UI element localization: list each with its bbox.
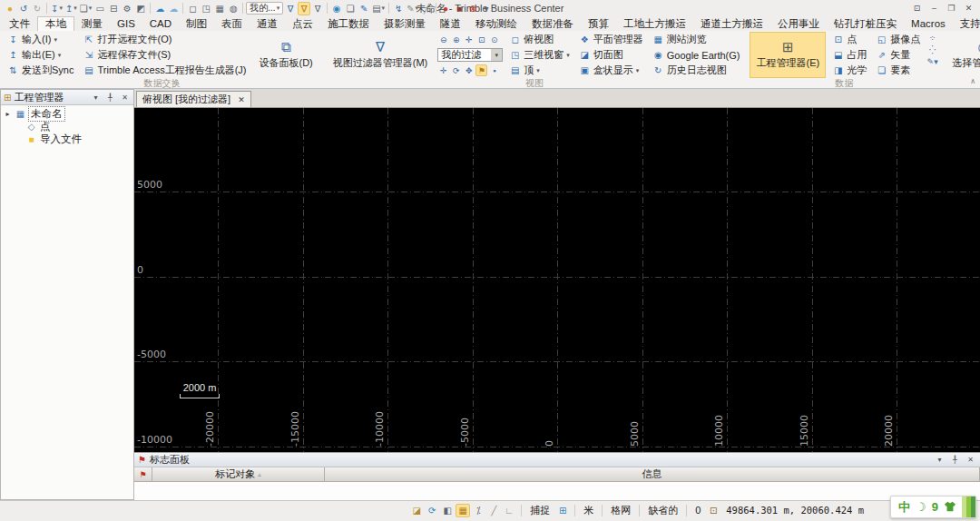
- features-button[interactable]: ❏要素: [873, 63, 923, 78]
- import-button[interactable]: ↧▾: [50, 2, 64, 15]
- close-icon[interactable]: ✕: [119, 92, 131, 103]
- data-toggle-a-button[interactable]: ⁘: [926, 32, 938, 44]
- segment-tool-icon[interactable]: ╱: [486, 504, 501, 517]
- selection-manager-button[interactable]: ◎ 选择管理器(X): [946, 32, 980, 78]
- pin-icon[interactable]: ╀: [104, 92, 116, 103]
- plane-manager-button[interactable]: ❖平面管理器: [576, 32, 646, 47]
- occupations-button[interactable]: ⬓占用: [829, 47, 869, 63]
- pan-button[interactable]: ✛: [437, 64, 449, 76]
- ime-language-icon[interactable]: 中: [898, 501, 910, 513]
- optics-button[interactable]: ◨光学: [829, 63, 869, 78]
- ribbon-tab-制图[interactable]: 制图: [179, 16, 214, 31]
- background-toggle-icon[interactable]: ◧: [440, 504, 455, 517]
- ribbon-tab-工地土方搬运[interactable]: 工地土方搬运: [616, 16, 693, 31]
- open-project-button[interactable]: ▭: [93, 2, 106, 15]
- camera-points-button[interactable]: ◱摄像点: [873, 32, 923, 47]
- ribbon-tab-GIS[interactable]: GIS: [110, 16, 142, 31]
- ribbon-tab-表面[interactable]: 表面: [214, 16, 250, 31]
- device-pane-button[interactable]: ⧉ 设备面板(D): [252, 32, 318, 78]
- close-button[interactable]: ✕: [961, 2, 976, 15]
- ribbon-tab-支持[interactable]: 支持: [953, 16, 980, 31]
- snap-mode-button[interactable]: 捕捉: [526, 504, 554, 517]
- ribbon-tab-点云[interactable]: 点云: [285, 16, 320, 31]
- rotate-mode-icon[interactable]: ⟳: [425, 504, 439, 517]
- top-view-button[interactable]: ▤顶▾: [506, 63, 573, 78]
- zoom-out-button[interactable]: ⊖: [437, 34, 449, 45]
- vectors-button[interactable]: ⇗矢量: [873, 47, 923, 63]
- sync-upload-button[interactable]: ☁: [153, 2, 166, 15]
- ribbon-tab-施工数据[interactable]: 施工数据: [320, 16, 377, 31]
- zoom-previous-button[interactable]: ⊙: [488, 34, 500, 45]
- share-button[interactable]: ◉: [330, 2, 343, 15]
- grid-toggle-icon[interactable]: ▦: [456, 504, 470, 517]
- selection-mode-icon[interactable]: ◪: [409, 504, 424, 517]
- minimize-button[interactable]: –: [926, 2, 942, 15]
- history-log-button[interactable]: ↻历史日志视图: [650, 63, 743, 78]
- ribbon-tab-通道土方搬运[interactable]: 通道土方搬运: [693, 16, 770, 31]
- cancel-button[interactable]: ⊗: [466, 2, 479, 15]
- filter-manager-button[interactable]: ∇: [311, 2, 324, 15]
- trimble-access-report-button[interactable]: ▤Trimble Access工程报告生成器(J): [80, 63, 249, 78]
- ortho-tool-icon[interactable]: ∟: [502, 504, 516, 517]
- ribbon-tab-移动测绘[interactable]: 移动测绘: [468, 16, 524, 31]
- new-project-button[interactable]: ❏▾: [79, 2, 93, 15]
- tab-plan-view[interactable]: 俯视图 [我的过滤器] ✕: [136, 91, 251, 107]
- send-to-sync-button[interactable]: ⇅发送到Sync: [5, 63, 76, 78]
- ribbon-tab-隧道[interactable]: 隧道: [433, 16, 468, 31]
- zoom-in-button[interactable]: ⊕: [450, 34, 462, 45]
- zoom-extents-button[interactable]: ✛: [463, 34, 475, 45]
- plan-view-button[interactable]: ◻俯视图: [506, 32, 573, 47]
- ribbon-tab-文件[interactable]: 文件: [2, 16, 37, 31]
- info-column-header[interactable]: 信息: [325, 467, 980, 481]
- flagged-object-column-header[interactable]: 标记对象 ▵: [152, 467, 325, 481]
- box-display-button[interactable]: ▣盒状显示▾: [576, 63, 646, 78]
- new-doc-button[interactable]: ❏: [344, 2, 357, 15]
- options-button[interactable]: ◩: [134, 2, 147, 15]
- restore-button[interactable]: ❐: [944, 2, 959, 15]
- ribbon-tab-数据准备[interactable]: 数据准备: [524, 16, 581, 31]
- open-remote-file-button[interactable]: ⇱打开远程文件(O): [80, 32, 249, 47]
- tree-item-import-files[interactable]: ■导入文件: [2, 133, 132, 145]
- redo-button[interactable]: ↻: [31, 2, 44, 15]
- grid-coordinate-button[interactable]: 格网: [607, 504, 634, 517]
- orbit-button[interactable]: ⟳: [450, 64, 462, 76]
- ribbon-tab-通道[interactable]: 通道: [250, 16, 285, 31]
- save-remote-file-button[interactable]: ⇲远程保存文件(S): [80, 47, 249, 63]
- save-project-button[interactable]: ⊟: [107, 2, 120, 15]
- flags-view-button[interactable]: ◍: [227, 2, 240, 15]
- ribbon-options-button[interactable]: ⊡: [909, 2, 925, 15]
- units-button[interactable]: 米: [580, 504, 597, 517]
- ribbon-tab-预算[interactable]: 预算: [581, 16, 616, 31]
- ribbon-tab-公用事业[interactable]: 公用事业: [770, 16, 827, 31]
- pin-icon[interactable]: ╀: [949, 454, 961, 466]
- ribbon-tab-Macros[interactable]: Macros: [904, 16, 953, 31]
- filter-button[interactable]: ∇: [284, 2, 297, 15]
- flag-button[interactable]: ⚑: [475, 64, 487, 76]
- 3d-view-button[interactable]: ◳三维视窗▾: [506, 47, 573, 63]
- ribbon-tab-测量[interactable]: 测量: [74, 16, 110, 31]
- tree-item-project[interactable]: ▸▦未命名: [2, 107, 132, 120]
- zoom-window-button[interactable]: ⊡: [475, 34, 487, 45]
- ribbon-tab-钻孔打桩压实[interactable]: 钻孔打桩压实: [827, 16, 904, 31]
- ime-skin-icon[interactable]: [944, 501, 956, 514]
- annotate-dropdown-button[interactable]: ✎▾: [926, 55, 938, 67]
- grab-button[interactable]: ✥: [463, 64, 475, 76]
- stop-button[interactable]: ■: [453, 2, 466, 15]
- record-button[interactable]: ●: [439, 2, 452, 15]
- snap-button[interactable]: ↯: [392, 2, 405, 15]
- project-settings-button[interactable]: ⚙: [121, 2, 133, 15]
- filter-active-button[interactable]: ∇: [298, 2, 310, 15]
- app-logo-icon[interactable]: ●: [4, 2, 16, 15]
- export-button[interactable]: ↥▾: [64, 2, 78, 15]
- chevron-down-icon[interactable]: ▾: [491, 49, 502, 61]
- print-button[interactable]: ▤▾: [371, 2, 386, 15]
- ribbon-tab-CAD[interactable]: CAD: [142, 16, 179, 31]
- ime-punctuation-icon[interactable]: 9: [932, 501, 938, 513]
- chevron-down-icon[interactable]: ▾: [90, 92, 102, 103]
- default-style-button[interactable]: 缺省的: [644, 504, 681, 517]
- sync-download-button[interactable]: ☁: [167, 2, 180, 15]
- ribbon-tab-摄影测量[interactable]: 摄影测量: [377, 16, 433, 31]
- annotate-button[interactable]: ✎: [358, 2, 370, 15]
- collapse-ribbon-button[interactable]: ∧: [970, 77, 975, 85]
- 3d-view-button[interactable]: ◳: [200, 2, 212, 15]
